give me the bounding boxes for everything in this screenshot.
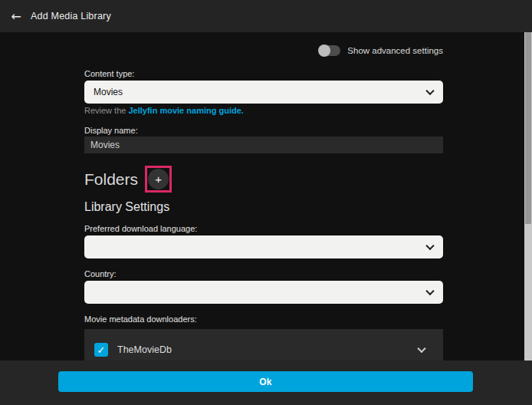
- add-folder-button[interactable]: +: [148, 169, 169, 189]
- chevron-down-icon: [425, 242, 434, 250]
- back-button[interactable]: ←: [3, 3, 29, 29]
- add-media-library-dialog: ← Add Media Library Show advanced settin…: [0, 0, 532, 405]
- add-folder-focus-ring: +: [145, 166, 172, 193]
- folders-section: Folders +: [84, 166, 172, 193]
- themoviedb-checkbox[interactable]: ✓: [94, 343, 108, 357]
- naming-guide-link[interactable]: Jellyfin movie naming guide.: [128, 106, 243, 115]
- chevron-down-icon: [425, 87, 434, 95]
- country-label: Country:: [84, 269, 117, 278]
- folders-heading: Folders: [84, 170, 138, 189]
- content-type-value: Movies: [84, 87, 123, 97]
- chevron-down-icon[interactable]: [417, 344, 425, 353]
- naming-guide-prefix: Review the: [84, 106, 128, 115]
- dialog-content: Show advanced settings Content type: Mov…: [0, 32, 532, 361]
- content-type-label: Content type:: [84, 69, 134, 78]
- country-select[interactable]: [84, 281, 443, 304]
- arrow-left-icon: ←: [11, 9, 21, 24]
- chevron-down-icon: [425, 287, 434, 295]
- metadata-downloader-name: TheMovieDb: [117, 344, 172, 355]
- vertical-scrollbar[interactable]: [524, 32, 532, 361]
- library-settings-heading: Library Settings: [84, 200, 169, 214]
- scrollbar-thumb[interactable]: [525, 32, 531, 224]
- page-title: Add Media Library: [31, 11, 111, 21]
- content-type-select[interactable]: Movies: [84, 81, 443, 104]
- app-bar: ← Add Media Library: [0, 0, 532, 32]
- display-name-label: Display name:: [84, 126, 138, 135]
- display-name-input[interactable]: [84, 137, 443, 153]
- preferred-language-select[interactable]: [84, 235, 443, 258]
- advanced-settings-label: Show advanced settings: [347, 46, 443, 55]
- plus-icon: +: [155, 173, 162, 185]
- advanced-settings-toggle[interactable]: [319, 45, 340, 56]
- ok-button[interactable]: Ok: [58, 371, 473, 392]
- dialog-footer: Ok: [0, 361, 532, 405]
- metadata-downloader-row[interactable]: ✓ TheMovieDb: [84, 329, 443, 361]
- metadata-downloaders-label: Movie metadata downloaders:: [84, 314, 197, 324]
- naming-guide-helper: Review the Jellyfin movie naming guide.: [84, 106, 244, 115]
- preferred-language-label: Preferred download language:: [84, 224, 197, 233]
- advanced-settings-row: Show advanced settings: [319, 45, 443, 56]
- checkmark-icon: ✓: [97, 344, 106, 356]
